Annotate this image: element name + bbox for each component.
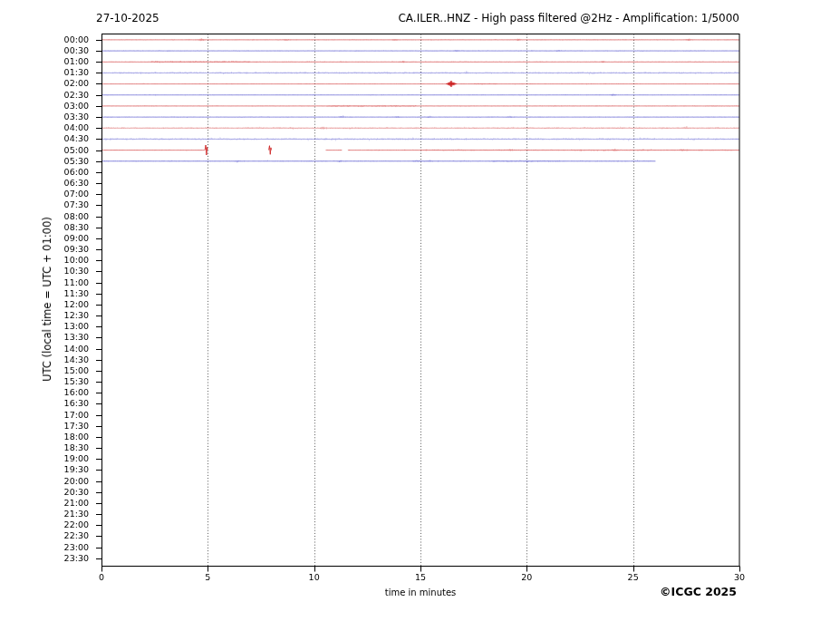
y-tick-label: 15:30 <box>53 376 89 387</box>
chart-title: CA.ILER..HNZ - High pass filtered @2Hz -… <box>398 12 739 24</box>
x-tick-label: 25 <box>618 572 649 583</box>
date-label: 27-10-2025 <box>96 12 159 24</box>
y-tick-label: 07:00 <box>53 189 89 199</box>
y-tick-label: 04:30 <box>53 133 89 144</box>
y-tick-label: 20:00 <box>53 476 89 487</box>
y-tick-label: 21:30 <box>53 509 89 519</box>
y-tick-label: 21:00 <box>53 498 89 509</box>
y-tick-label: 16:30 <box>53 398 89 409</box>
x-tick-label: 20 <box>511 572 542 583</box>
copyright-label: ©ICGC 2025 <box>660 585 737 598</box>
y-tick-label: 00:00 <box>53 34 89 45</box>
y-tick-label: 11:00 <box>53 277 89 288</box>
y-tick-label: 01:00 <box>53 56 89 67</box>
x-tick-label: 10 <box>299 572 330 583</box>
y-tick-label: 14:00 <box>53 344 89 354</box>
y-tick-label: 02:30 <box>53 90 89 101</box>
y-axis-label: UTC (local time = UTC + 01:00) <box>41 217 53 382</box>
y-tick-label: 13:00 <box>53 321 89 332</box>
y-tick-label: 15:00 <box>53 365 89 376</box>
y-tick-label: 16:00 <box>53 387 89 398</box>
y-tick-label: 05:30 <box>53 156 89 167</box>
x-tick-label: 15 <box>405 572 436 583</box>
helicorder-figure: 27-10-2025 CA.ILER..HNZ - High pass filt… <box>0 0 840 631</box>
x-axis-label: time in minutes <box>385 587 457 597</box>
y-tick-label: 10:00 <box>53 255 89 266</box>
y-tick-label: 20:30 <box>53 487 89 498</box>
trace-canvas <box>0 0 840 631</box>
y-tick-label: 18:00 <box>53 432 89 442</box>
y-tick-label: 09:00 <box>53 233 89 244</box>
y-tick-label: 00:30 <box>53 45 89 56</box>
y-tick-label: 10:30 <box>53 266 89 277</box>
y-tick-label: 19:00 <box>53 453 89 464</box>
y-tick-label: 03:30 <box>53 112 89 122</box>
y-tick-label: 07:30 <box>53 199 89 210</box>
y-tick-label: 23:00 <box>53 542 89 553</box>
y-tick-label: 12:30 <box>53 310 89 321</box>
y-tick-label: 19:30 <box>53 464 89 475</box>
y-tick-label: 01:30 <box>53 67 89 78</box>
y-tick-label: 12:00 <box>53 299 89 310</box>
y-tick-label: 17:30 <box>53 421 89 432</box>
y-tick-label: 06:30 <box>53 178 89 189</box>
y-tick-label: 08:30 <box>53 222 89 233</box>
y-tick-label: 22:30 <box>53 530 89 541</box>
y-tick-label: 04:00 <box>53 122 89 133</box>
y-tick-label: 17:00 <box>53 410 89 421</box>
y-tick-label: 18:30 <box>53 442 89 453</box>
x-tick-label: 5 <box>192 572 223 583</box>
y-tick-label: 11:30 <box>53 288 89 299</box>
y-tick-label: 02:00 <box>53 78 89 89</box>
y-tick-label: 14:30 <box>53 354 89 365</box>
x-tick-label: 0 <box>86 572 117 583</box>
y-tick-label: 03:00 <box>53 101 89 112</box>
y-tick-label: 06:00 <box>53 167 89 178</box>
y-tick-label: 22:00 <box>53 519 89 530</box>
y-tick-label: 05:00 <box>53 145 89 156</box>
x-tick-label: 30 <box>724 572 755 583</box>
y-tick-label: 08:00 <box>53 211 89 222</box>
y-tick-label: 09:30 <box>53 244 89 255</box>
y-tick-label: 23:30 <box>53 553 89 564</box>
y-tick-label: 13:30 <box>53 332 89 343</box>
